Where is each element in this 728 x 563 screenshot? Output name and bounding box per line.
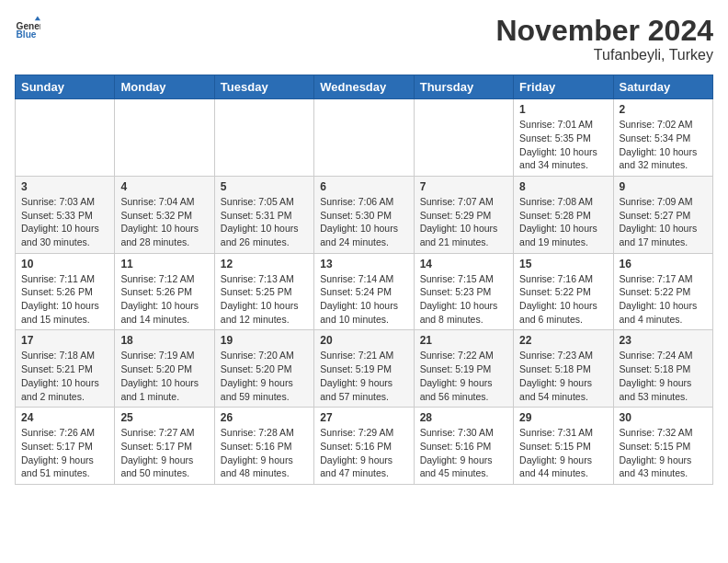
calendar-body: 1Sunrise: 7:01 AM Sunset: 5:35 PM Daylig… — [16, 99, 713, 485]
calendar-day-cell: 7Sunrise: 7:07 AM Sunset: 5:29 PM Daylig… — [414, 176, 513, 253]
day-info: Sunrise: 7:04 AM Sunset: 5:32 PM Dayligh… — [120, 195, 208, 249]
day-number: 13 — [320, 258, 407, 270]
day-number: 15 — [519, 258, 607, 270]
day-number: 12 — [221, 258, 308, 270]
day-number: 9 — [620, 180, 707, 193]
day-info: Sunrise: 7:31 AM Sunset: 5:15 PM Dayligh… — [519, 426, 607, 480]
calendar-day-cell — [314, 99, 414, 177]
calendar-day-cell — [414, 99, 513, 177]
day-number: 29 — [519, 411, 607, 424]
day-number: 24 — [21, 411, 108, 424]
calendar-day-cell: 30Sunrise: 7:32 AM Sunset: 5:15 PM Dayli… — [613, 408, 712, 485]
calendar-subtitle: Tufanbeyli, Turkey — [495, 47, 713, 63]
day-info: Sunrise: 7:21 AM Sunset: 5:19 PM Dayligh… — [320, 349, 407, 403]
day-info: Sunrise: 7:32 AM Sunset: 5:15 PM Dayligh… — [620, 426, 707, 480]
calendar-day-cell: 18Sunrise: 7:19 AM Sunset: 5:20 PM Dayli… — [115, 330, 214, 408]
day-info: Sunrise: 7:05 AM Sunset: 5:31 PM Dayligh… — [221, 195, 308, 249]
calendar-day-cell: 14Sunrise: 7:15 AM Sunset: 5:23 PM Dayli… — [414, 253, 513, 330]
calendar-header: SundayMondayTuesdayWednesdayThursdayFrid… — [16, 75, 713, 99]
calendar-week-row: 1Sunrise: 7:01 AM Sunset: 5:35 PM Daylig… — [16, 99, 713, 177]
calendar-day-cell — [115, 99, 214, 177]
day-number: 17 — [21, 334, 108, 347]
calendar-day-cell: 21Sunrise: 7:22 AM Sunset: 5:19 PM Dayli… — [414, 330, 513, 408]
day-number: 18 — [120, 334, 208, 347]
day-info: Sunrise: 7:27 AM Sunset: 5:17 PM Dayligh… — [120, 426, 208, 480]
calendar-day-cell: 4Sunrise: 7:04 AM Sunset: 5:32 PM Daylig… — [115, 176, 214, 253]
day-of-week-header: Sunday — [16, 75, 115, 99]
calendar-day-cell: 17Sunrise: 7:18 AM Sunset: 5:21 PM Dayli… — [16, 330, 115, 408]
day-info: Sunrise: 7:17 AM Sunset: 5:22 PM Dayligh… — [620, 272, 707, 327]
calendar-day-cell: 25Sunrise: 7:27 AM Sunset: 5:17 PM Dayli… — [115, 408, 214, 485]
calendar-day-cell — [214, 99, 313, 177]
day-of-week-header: Thursday — [414, 75, 513, 99]
calendar-day-cell: 8Sunrise: 7:08 AM Sunset: 5:28 PM Daylig… — [514, 176, 613, 253]
day-info: Sunrise: 7:20 AM Sunset: 5:20 PM Dayligh… — [221, 349, 308, 403]
day-info: Sunrise: 7:16 AM Sunset: 5:22 PM Dayligh… — [519, 272, 607, 327]
day-number: 27 — [320, 411, 407, 424]
day-number: 14 — [420, 258, 507, 270]
calendar-day-cell: 6Sunrise: 7:06 AM Sunset: 5:30 PM Daylig… — [314, 176, 414, 253]
day-number: 19 — [221, 334, 308, 347]
day-number: 22 — [519, 334, 607, 347]
day-info: Sunrise: 7:11 AM Sunset: 5:26 PM Dayligh… — [21, 272, 108, 327]
day-number: 8 — [519, 180, 607, 193]
calendar-day-cell: 13Sunrise: 7:14 AM Sunset: 5:24 PM Dayli… — [314, 253, 414, 330]
day-info: Sunrise: 7:02 AM Sunset: 5:34 PM Dayligh… — [620, 118, 707, 172]
logo: General Blue — [15, 15, 40, 40]
day-header-row: SundayMondayTuesdayWednesdayThursdayFrid… — [16, 75, 713, 99]
day-number: 21 — [420, 334, 507, 347]
day-info: Sunrise: 7:06 AM Sunset: 5:30 PM Dayligh… — [320, 195, 407, 249]
calendar-day-cell: 26Sunrise: 7:28 AM Sunset: 5:16 PM Dayli… — [214, 408, 313, 485]
calendar-day-cell — [16, 99, 115, 177]
svg-marker-2 — [35, 17, 40, 21]
day-info: Sunrise: 7:23 AM Sunset: 5:18 PM Dayligh… — [519, 349, 607, 403]
calendar-week-row: 24Sunrise: 7:26 AM Sunset: 5:17 PM Dayli… — [16, 408, 713, 485]
calendar-day-cell: 16Sunrise: 7:17 AM Sunset: 5:22 PM Dayli… — [613, 253, 712, 330]
day-info: Sunrise: 7:03 AM Sunset: 5:33 PM Dayligh… — [21, 195, 108, 249]
calendar-day-cell: 11Sunrise: 7:12 AM Sunset: 5:26 PM Dayli… — [115, 253, 214, 330]
title-block: November 2024 Tufanbeyli, Turkey — [495, 15, 713, 63]
day-of-week-header: Tuesday — [214, 75, 313, 99]
day-info: Sunrise: 7:09 AM Sunset: 5:27 PM Dayligh… — [620, 195, 707, 249]
calendar-day-cell: 28Sunrise: 7:30 AM Sunset: 5:16 PM Dayli… — [414, 408, 513, 485]
day-info: Sunrise: 7:30 AM Sunset: 5:16 PM Dayligh… — [420, 426, 507, 480]
calendar-day-cell: 10Sunrise: 7:11 AM Sunset: 5:26 PM Dayli… — [16, 253, 115, 330]
day-of-week-header: Monday — [115, 75, 214, 99]
calendar-day-cell: 20Sunrise: 7:21 AM Sunset: 5:19 PM Dayli… — [314, 330, 414, 408]
day-number: 25 — [120, 411, 208, 424]
calendar-week-row: 17Sunrise: 7:18 AM Sunset: 5:21 PM Dayli… — [16, 330, 713, 408]
day-number: 23 — [620, 334, 707, 347]
day-info: Sunrise: 7:19 AM Sunset: 5:20 PM Dayligh… — [120, 349, 208, 403]
day-number: 3 — [21, 180, 108, 193]
day-info: Sunrise: 7:13 AM Sunset: 5:25 PM Dayligh… — [221, 272, 308, 327]
day-info: Sunrise: 7:01 AM Sunset: 5:35 PM Dayligh… — [519, 118, 607, 172]
day-info: Sunrise: 7:22 AM Sunset: 5:19 PM Dayligh… — [420, 349, 507, 403]
calendar-day-cell: 2Sunrise: 7:02 AM Sunset: 5:34 PM Daylig… — [613, 99, 712, 177]
day-of-week-header: Friday — [514, 75, 613, 99]
day-info: Sunrise: 7:14 AM Sunset: 5:24 PM Dayligh… — [320, 272, 407, 327]
day-number: 11 — [120, 258, 208, 270]
calendar-day-cell: 15Sunrise: 7:16 AM Sunset: 5:22 PM Dayli… — [514, 253, 613, 330]
calendar-day-cell: 19Sunrise: 7:20 AM Sunset: 5:20 PM Dayli… — [214, 330, 313, 408]
day-number: 6 — [320, 180, 407, 193]
day-of-week-header: Wednesday — [314, 75, 414, 99]
day-number: 28 — [420, 411, 507, 424]
calendar-day-cell: 9Sunrise: 7:09 AM Sunset: 5:27 PM Daylig… — [613, 176, 712, 253]
day-info: Sunrise: 7:18 AM Sunset: 5:21 PM Dayligh… — [21, 349, 108, 403]
calendar-day-cell: 12Sunrise: 7:13 AM Sunset: 5:25 PM Dayli… — [214, 253, 313, 330]
day-number: 2 — [620, 103, 707, 116]
day-number: 4 — [120, 180, 208, 193]
day-info: Sunrise: 7:24 AM Sunset: 5:18 PM Dayligh… — [620, 349, 707, 403]
calendar-day-cell: 29Sunrise: 7:31 AM Sunset: 5:15 PM Dayli… — [514, 408, 613, 485]
day-info: Sunrise: 7:07 AM Sunset: 5:29 PM Dayligh… — [420, 195, 507, 249]
calendar-week-row: 3Sunrise: 7:03 AM Sunset: 5:33 PM Daylig… — [16, 176, 713, 253]
calendar-day-cell: 24Sunrise: 7:26 AM Sunset: 5:17 PM Dayli… — [16, 408, 115, 485]
day-number: 30 — [620, 411, 707, 424]
day-number: 7 — [420, 180, 507, 193]
day-of-week-header: Saturday — [613, 75, 712, 99]
day-info: Sunrise: 7:26 AM Sunset: 5:17 PM Dayligh… — [21, 426, 108, 480]
calendar-day-cell: 1Sunrise: 7:01 AM Sunset: 5:35 PM Daylig… — [514, 99, 613, 177]
calendar-table: SundayMondayTuesdayWednesdayThursdayFrid… — [15, 75, 713, 485]
calendar-day-cell: 23Sunrise: 7:24 AM Sunset: 5:18 PM Dayli… — [613, 330, 712, 408]
day-number: 16 — [620, 258, 707, 270]
